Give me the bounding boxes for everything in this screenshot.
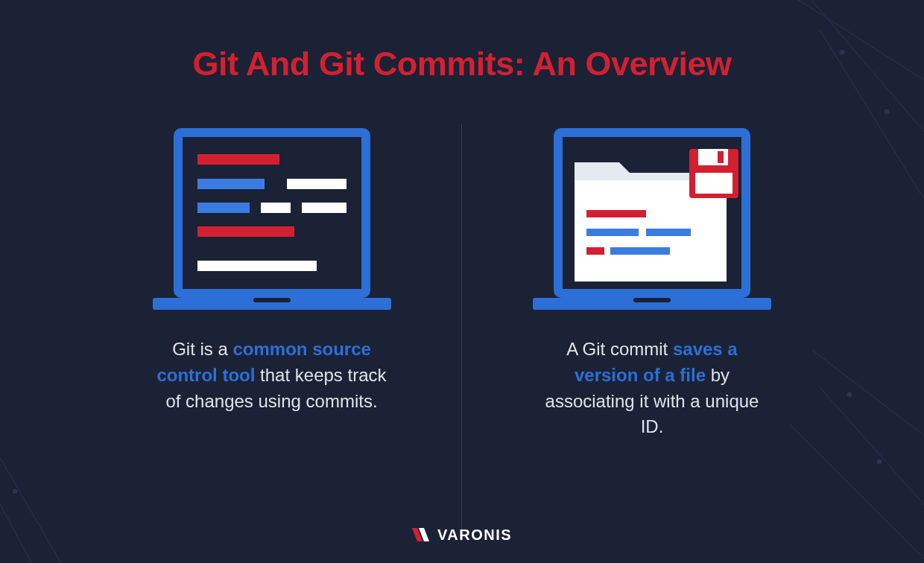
svg-rect-17 [197, 154, 279, 165]
svg-rect-38 [610, 247, 670, 255]
svg-rect-23 [197, 226, 294, 237]
page-title: Git And Git Commits: An Overview [192, 45, 731, 83]
svg-rect-33 [695, 173, 732, 194]
svg-rect-37 [586, 247, 604, 255]
desc-prefix: Git is a [172, 339, 232, 359]
svg-rect-26 [633, 298, 671, 302]
desc-prefix: A Git commit [566, 339, 673, 359]
svg-rect-32 [718, 151, 724, 163]
columns: Git is a common source control tool that… [60, 124, 864, 541]
description-commit: A Git commit saves a version of a file b… [533, 337, 771, 440]
svg-rect-35 [586, 229, 639, 236]
brand-logo: VARONIS [0, 527, 924, 544]
laptop-file-illustration [533, 124, 771, 318]
column-commit: A Git commit saves a version of a file b… [462, 124, 805, 541]
svg-rect-34 [586, 210, 646, 217]
column-git: Git is a common source control tool that… [119, 124, 462, 541]
description-git: Git is a common source control tool that… [153, 337, 391, 414]
laptop-code-illustration [153, 124, 391, 318]
varonis-mark-icon [412, 528, 433, 543]
brand-name: VARONIS [437, 527, 512, 544]
svg-rect-21 [261, 203, 291, 213]
svg-rect-14 [253, 298, 291, 302]
svg-rect-20 [197, 203, 250, 213]
svg-rect-24 [197, 261, 317, 271]
laptop-file-icon [533, 128, 771, 314]
laptop-code-icon [153, 128, 391, 314]
svg-rect-18 [197, 179, 265, 189]
svg-rect-19 [287, 179, 346, 189]
svg-rect-22 [302, 203, 346, 213]
svg-rect-36 [646, 229, 691, 236]
